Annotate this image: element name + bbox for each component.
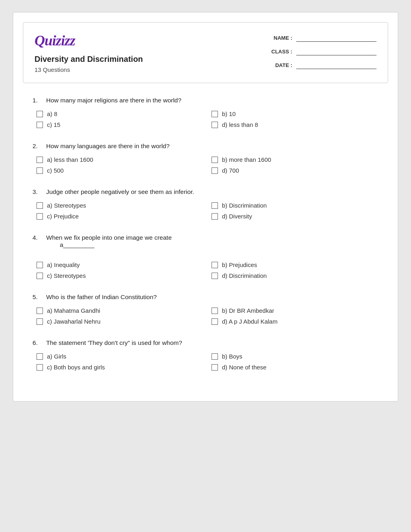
q3-label-a: a) Stereotypes bbox=[47, 202, 86, 209]
q2-body: How many languages are there in the worl… bbox=[46, 143, 378, 150]
question-3: 3. Judge other people negatively or see … bbox=[33, 188, 378, 220]
q4-label-c: c) Stereotypes bbox=[47, 272, 86, 279]
question-1: 1. How many major religions are there in… bbox=[33, 97, 378, 128]
q1-label-d: d) less than 8 bbox=[222, 121, 258, 128]
q4-body: When we fix people into one image we cre… bbox=[46, 234, 378, 255]
q6-label-c: c) Both boys and girls bbox=[47, 364, 105, 371]
q3-checkbox-a[interactable] bbox=[37, 202, 43, 209]
q1-checkbox-c[interactable] bbox=[37, 122, 43, 128]
q5-number: 5. bbox=[33, 294, 42, 301]
logo: Quizizz bbox=[35, 32, 206, 49]
q2-checkbox-b[interactable] bbox=[212, 157, 218, 163]
q3-option-a[interactable]: a) Stereotypes bbox=[37, 202, 203, 209]
header-left: Quizizz Diversity and Discrimination 13 … bbox=[35, 32, 206, 73]
q1-label-b: b) 10 bbox=[222, 110, 236, 117]
q4-options: a) Inequality b) Prejudices c) Stereotyp… bbox=[37, 261, 378, 279]
q1-label-a: a) 8 bbox=[47, 110, 57, 117]
q4-label-a: a) Inequality bbox=[47, 261, 80, 268]
q4-checkbox-b[interactable] bbox=[212, 262, 218, 268]
question-3-text: 3. Judge other people negatively or see … bbox=[33, 188, 378, 196]
q4-option-a[interactable]: a) Inequality bbox=[37, 261, 203, 268]
q5-option-b[interactable]: b) Dr BR Ambedkar bbox=[212, 307, 378, 314]
q1-checkbox-a[interactable] bbox=[37, 111, 43, 117]
q3-checkbox-d[interactable] bbox=[212, 213, 218, 220]
q1-option-a[interactable]: a) 8 bbox=[37, 110, 203, 117]
q3-label-c: c) Prejudice bbox=[47, 213, 79, 220]
q6-option-d[interactable]: d) None of these bbox=[212, 364, 378, 371]
date-line bbox=[296, 61, 376, 69]
question-2-text: 2. How many languages are there in the w… bbox=[33, 143, 378, 150]
q5-checkbox-d[interactable] bbox=[212, 318, 218, 325]
question-6-text: 6. The statement 'They don't cry" is use… bbox=[33, 339, 378, 347]
q4-label-b: b) Prejudices bbox=[222, 261, 257, 268]
q1-option-d[interactable]: d) less than 8 bbox=[212, 121, 378, 128]
q2-option-d[interactable]: d) 700 bbox=[212, 167, 378, 174]
class-field-row: CLASS : bbox=[206, 47, 376, 55]
q2-option-b[interactable]: b) more than 1600 bbox=[212, 156, 378, 163]
q6-option-c[interactable]: c) Both boys and girls bbox=[37, 364, 203, 371]
q3-body: Judge other people negatively or see the… bbox=[46, 188, 378, 196]
q2-label-c: c) 500 bbox=[47, 167, 64, 174]
q6-checkbox-d[interactable] bbox=[212, 364, 218, 371]
q4-option-b[interactable]: b) Prejudices bbox=[212, 261, 378, 268]
q1-option-c[interactable]: c) 15 bbox=[37, 121, 203, 128]
q6-option-b[interactable]: b) Boys bbox=[212, 353, 378, 360]
question-1-text: 1. How many major religions are there in… bbox=[33, 97, 378, 104]
name-line bbox=[296, 34, 376, 42]
q2-checkbox-d[interactable] bbox=[212, 167, 218, 174]
page-container: Quizizz Diversity and Discrimination 13 … bbox=[13, 12, 398, 402]
q4-option-c[interactable]: c) Stereotypes bbox=[37, 272, 203, 279]
q2-label-a: a) less than 1600 bbox=[47, 156, 93, 163]
q6-label-d: d) None of these bbox=[222, 364, 267, 371]
quiz-subtitle: 13 Questions bbox=[35, 66, 206, 73]
q4-checkbox-a[interactable] bbox=[37, 262, 43, 268]
name-field-row: NAME : bbox=[206, 34, 376, 42]
q2-number: 2. bbox=[33, 143, 42, 150]
q1-number: 1. bbox=[33, 97, 42, 104]
q2-option-a[interactable]: a) less than 1600 bbox=[37, 156, 203, 163]
q5-option-a[interactable]: a) Mahatma Gandhi bbox=[37, 307, 203, 314]
q5-option-c[interactable]: c) Jawaharlal Nehru bbox=[37, 318, 203, 325]
q2-checkbox-c[interactable] bbox=[37, 167, 43, 174]
q5-label-c: c) Jawaharlal Nehru bbox=[47, 318, 100, 325]
class-line bbox=[296, 47, 376, 55]
quiz-title: Diversity and Discrimination bbox=[35, 55, 206, 64]
q4-option-d[interactable]: d) Discrimination bbox=[212, 272, 378, 279]
q3-label-b: b) Discrimination bbox=[222, 202, 267, 209]
q5-label-b: b) Dr BR Ambedkar bbox=[222, 307, 274, 314]
q6-label-b: b) Boys bbox=[222, 353, 242, 360]
q6-checkbox-b[interactable] bbox=[212, 353, 218, 360]
q1-checkbox-b[interactable] bbox=[212, 111, 218, 117]
q3-option-d[interactable]: d) Diversity bbox=[212, 213, 378, 220]
q3-option-b[interactable]: b) Discrimination bbox=[212, 202, 378, 209]
q6-checkbox-a[interactable] bbox=[37, 353, 43, 360]
q1-checkbox-d[interactable] bbox=[212, 122, 218, 128]
q6-option-a[interactable]: a) Girls bbox=[37, 353, 203, 360]
q6-checkbox-c[interactable] bbox=[37, 364, 43, 371]
q4-line2: a_________ bbox=[60, 241, 378, 249]
q5-checkbox-c[interactable] bbox=[37, 318, 43, 325]
q4-checkbox-c[interactable] bbox=[37, 273, 43, 279]
q4-checkbox-d[interactable] bbox=[212, 273, 218, 279]
q3-checkbox-b[interactable] bbox=[212, 202, 218, 209]
q3-option-c[interactable]: c) Prejudice bbox=[37, 213, 203, 220]
question-6: 6. The statement 'They don't cry" is use… bbox=[33, 339, 378, 371]
header-right: NAME : CLASS : DATE : bbox=[206, 32, 376, 69]
q3-options: a) Stereotypes b) Discrimination c) Prej… bbox=[37, 202, 378, 220]
q5-checkbox-a[interactable] bbox=[37, 308, 43, 314]
q3-checkbox-c[interactable] bbox=[37, 213, 43, 220]
question-4: 4. When we fix people into one image we … bbox=[33, 234, 378, 279]
q6-body: The statement 'They don't cry" is used f… bbox=[46, 339, 378, 347]
q5-checkbox-b[interactable] bbox=[212, 308, 218, 314]
q2-option-c[interactable]: c) 500 bbox=[37, 167, 203, 174]
date-label: DATE : bbox=[268, 62, 292, 68]
q4-number: 4. bbox=[33, 234, 42, 255]
question-4-text: 4. When we fix people into one image we … bbox=[33, 234, 378, 255]
q1-label-c: c) 15 bbox=[47, 121, 60, 128]
q6-options: a) Girls b) Boys c) Both boys and girls … bbox=[37, 353, 378, 371]
q3-label-d: d) Diversity bbox=[222, 213, 252, 220]
q2-checkbox-a[interactable] bbox=[37, 157, 43, 163]
q6-label-a: a) Girls bbox=[47, 353, 66, 360]
q1-option-b[interactable]: b) 10 bbox=[212, 110, 378, 117]
q5-option-d[interactable]: d) A p J Abdul Kalam bbox=[212, 318, 378, 325]
